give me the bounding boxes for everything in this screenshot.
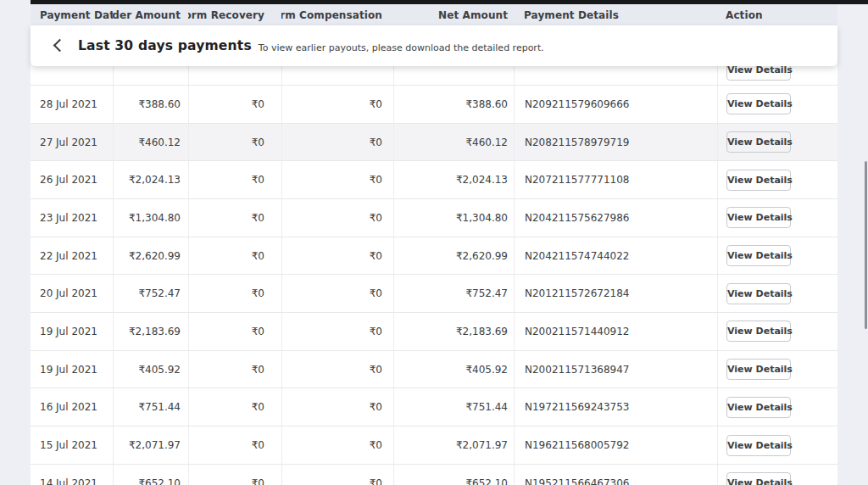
payment-date-cell: 19 Jul 2021 — [31, 351, 113, 388]
table-row: 14 Jul 2021₹652.10₹0₹0₹652.10N1952115664… — [31, 465, 837, 485]
payment-date-cell: 23 Jul 2021 — [31, 199, 113, 237]
action-cell: View Details — [717, 161, 837, 198]
view-details-button[interactable]: View Details — [726, 245, 791, 266]
view-details-button[interactable]: View Details — [726, 131, 791, 153]
payments-screen: Payment Date Order Amount Platform Recov… — [0, 0, 868, 485]
view-details-button[interactable]: View Details — [726, 283, 791, 304]
platform-compensation-cell: ₹0 — [281, 124, 393, 161]
action-cell: View Details — [717, 237, 837, 275]
action-cell: View Details — [717, 388, 837, 426]
top-black-bar — [31, 0, 868, 4]
payment-details-cell: N200211571368947 — [514, 351, 717, 388]
order-amount-cell: ₹652.10 — [113, 465, 188, 485]
col-payment-date: Payment Date — [31, 9, 113, 21]
action-cell: View Details — [717, 426, 837, 464]
platform-recovery-cell: ₹0 — [188, 237, 281, 275]
net-amount-cell: ₹2,071.97 — [393, 426, 514, 464]
payment-date-cell: 14 Jul 2021 — [31, 465, 113, 485]
view-details-button[interactable]: View Details — [726, 472, 791, 485]
view-details-button[interactable]: View Details — [726, 435, 791, 456]
table-row: 26 Jul 2021₹2,024.13₹0₹0₹2,024.13N207211… — [31, 161, 837, 199]
view-details-button[interactable]: View Details — [726, 207, 791, 228]
payment-date-cell: 27 Jul 2021 — [31, 124, 113, 161]
table-row: 19 Jul 2021₹405.92₹0₹0₹405.92N2002115713… — [31, 351, 837, 389]
vertical-scrollbar-thumb[interactable] — [865, 161, 867, 329]
back-chevron-icon[interactable] — [49, 36, 68, 55]
order-amount-cell: ₹751.44 — [113, 388, 188, 426]
net-amount-cell: ₹652.10 — [393, 465, 514, 485]
platform-compensation-cell: ₹0 — [281, 426, 393, 464]
action-cell: View Details — [717, 86, 837, 123]
order-amount-cell: ₹2,183.69 — [113, 313, 188, 350]
net-amount-cell: ₹1,304.80 — [393, 199, 514, 237]
page-header-card: Last 30 days payments To view earlier pa… — [31, 25, 837, 66]
table-row: 16 Jul 2021₹751.44₹0₹0₹751.44N1972115692… — [31, 388, 837, 426]
platform-compensation-cell: ₹0 — [281, 275, 393, 312]
view-details-button[interactable]: View Details — [726, 170, 791, 191]
payment-date-cell: 28 Jul 2021 — [31, 86, 113, 123]
order-amount-cell: ₹388.60 — [113, 86, 188, 123]
col-platform-compensation: Platform Compensation — [281, 9, 393, 21]
order-amount-cell: ₹405.92 — [113, 351, 188, 388]
payment-details-cell: N207211577771108 — [514, 161, 717, 198]
table-row: 20 Jul 2021₹752.47₹0₹0₹752.47N2012115726… — [31, 275, 837, 313]
table-row: 19 Jul 2021₹2,183.69₹0₹0₹2,183.69N200211… — [31, 313, 837, 351]
order-amount-cell: ₹2,024.13 — [113, 161, 188, 198]
col-payment-details: Payment Details — [514, 9, 717, 21]
table-row: 22 Jul 2021₹2,620.99₹0₹0₹2,620.99N204211… — [31, 237, 837, 276]
payment-details-cell: N201211572672184 — [514, 275, 717, 312]
col-net-amount: Net Amount — [393, 9, 514, 21]
net-amount-cell: ₹751.44 — [393, 388, 514, 426]
platform-recovery-cell: ₹0 — [188, 275, 281, 312]
payment-date-cell: 16 Jul 2021 — [31, 388, 113, 426]
platform-compensation-cell: ₹0 — [281, 388, 393, 426]
table-row: 23 Jul 2021₹1,304.80₹0₹0₹1,304.80N204211… — [31, 199, 837, 237]
col-action: Action — [717, 9, 837, 21]
net-amount-cell: ₹2,183.69 — [393, 313, 514, 350]
col-platform-recovery: Platform Recovery — [188, 9, 281, 21]
payment-details-cell: N195211566467306 — [514, 465, 717, 485]
platform-compensation-cell: ₹0 — [281, 465, 393, 485]
page-title: Last 30 days payments — [78, 38, 252, 53]
view-details-button[interactable]: View Details — [726, 321, 791, 342]
payment-details-cell: N204211574744022 — [514, 237, 717, 275]
payment-date-cell: 19 Jul 2021 — [31, 313, 113, 350]
action-cell: View Details — [717, 465, 837, 485]
platform-compensation-cell: ₹0 — [281, 313, 393, 350]
platform-recovery-cell: ₹0 — [188, 465, 281, 485]
action-cell: View Details — [717, 275, 837, 312]
payment-details-cell: N209211579609666 — [514, 86, 717, 123]
platform-compensation-cell: ₹0 — [281, 161, 393, 198]
view-details-button[interactable]: View Details — [726, 397, 791, 418]
page-subtitle: To view earlier payouts, please download… — [259, 39, 544, 53]
action-cell: View Details — [717, 124, 837, 161]
platform-recovery-cell: ₹0 — [188, 388, 281, 426]
table-row: 28 Jul 2021₹388.60₹0₹0₹388.60N2092115796… — [31, 86, 837, 124]
payment-details-cell: N197211569243753 — [514, 388, 717, 426]
view-details-button[interactable]: View Details — [726, 93, 791, 114]
payment-date-cell: 15 Jul 2021 — [31, 426, 113, 464]
platform-compensation-cell: ₹0 — [281, 199, 393, 237]
order-amount-cell: ₹2,620.99 — [113, 237, 188, 275]
platform-recovery-cell: ₹0 — [188, 86, 281, 123]
platform-recovery-cell: ₹0 — [188, 351, 281, 388]
table-row: 15 Jul 2021₹2,071.97₹0₹0₹2,071.97N196211… — [31, 426, 837, 465]
platform-recovery-cell: ₹0 — [188, 313, 281, 350]
payment-details-cell: N196211568005792 — [514, 426, 717, 464]
table-row: 27 Jul 2021₹460.12₹0₹0₹460.12N2082115789… — [31, 124, 837, 162]
col-order-amount: Order Amount — [113, 9, 188, 21]
platform-compensation-cell: ₹0 — [281, 86, 393, 123]
net-amount-cell: ₹388.60 — [393, 86, 514, 123]
platform-recovery-cell: ₹0 — [188, 161, 281, 198]
payment-date-cell: 20 Jul 2021 — [31, 275, 113, 312]
payment-details-cell: N208211578979719 — [514, 124, 717, 161]
payment-details-cell: N204211575627986 — [514, 199, 717, 237]
payment-date-cell: 22 Jul 2021 — [31, 237, 113, 275]
action-cell: View Details — [717, 313, 837, 350]
order-amount-cell: ₹2,071.97 — [113, 426, 188, 464]
payment-date-cell: 26 Jul 2021 — [31, 161, 113, 198]
net-amount-cell: ₹405.92 — [393, 351, 514, 388]
view-details-button[interactable]: View Details — [726, 359, 791, 380]
platform-recovery-cell: ₹0 — [188, 199, 281, 237]
net-amount-cell: ₹752.47 — [393, 275, 514, 312]
